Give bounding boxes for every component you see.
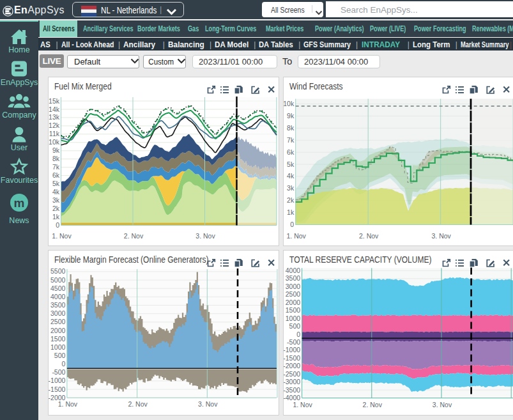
svg-text:500: 500 (54, 352, 66, 359)
svg-text:1. Nov: 1. Nov (293, 401, 312, 408)
svg-text:0: 0 (290, 221, 294, 228)
svg-text:2. Nov: 2. Nov (363, 401, 383, 408)
svg-text:13k: 13k (49, 113, 60, 121)
svg-text:2k: 2k (52, 205, 60, 212)
svg-text:7k: 7k (52, 163, 60, 171)
svg-text:4000: 4000 (286, 267, 301, 274)
svg-text:3000: 3000 (50, 309, 66, 317)
svg-text:500: 500 (289, 322, 301, 330)
svg-text:10k: 10k (284, 100, 295, 107)
svg-text:1k: 1k (52, 213, 60, 221)
svg-text:-3500: -3500 (284, 386, 300, 394)
svg-text:15k: 15k (49, 97, 60, 105)
svg-text:6k: 6k (287, 148, 295, 156)
svg-text:-3000: -3000 (284, 378, 300, 385)
svg-text:8k: 8k (287, 124, 295, 132)
svg-text:7k: 7k (287, 136, 295, 144)
svg-text:10k: 10k (49, 138, 60, 146)
svg-text:1. Nov: 1. Nov (287, 232, 307, 240)
svg-text:14k: 14k (49, 105, 60, 113)
svg-text:0: 0 (56, 221, 59, 229)
svg-text:1500: 1500 (50, 335, 66, 343)
svg-text:-1000: -1000 (284, 346, 300, 354)
svg-text:4500: 4500 (50, 284, 66, 292)
svg-text:3. Nov: 3. Nov (433, 401, 452, 408)
svg-text:3500: 3500 (50, 301, 66, 309)
svg-text:1000: 1000 (50, 343, 66, 351)
svg-text:5k: 5k (287, 160, 295, 168)
svg-text:-2500: -2500 (284, 370, 300, 378)
svg-text:-500: -500 (287, 338, 300, 346)
svg-text:1. Nov: 1. Nov (52, 232, 72, 240)
svg-text:-1000: -1000 (49, 377, 66, 384)
svg-text:1000: 1000 (286, 315, 301, 322)
svg-text:9k: 9k (52, 146, 60, 154)
svg-text:3k: 3k (52, 196, 60, 204)
svg-text:2500: 2500 (50, 318, 66, 325)
svg-text:1k: 1k (287, 208, 295, 216)
svg-text:5000: 5000 (50, 276, 66, 284)
svg-text:2000: 2000 (50, 327, 66, 334)
svg-text:8k: 8k (52, 155, 60, 162)
svg-text:2. Nov: 2. Nov (359, 232, 379, 240)
svg-text:2500: 2500 (286, 290, 301, 298)
svg-text:3k: 3k (287, 184, 295, 192)
svg-text:1. Nov: 1. Nov (58, 400, 78, 408)
svg-text:3. Nov: 3. Nov (195, 232, 215, 240)
svg-text:11k: 11k (49, 130, 60, 137)
svg-text:2. Nov: 2. Nov (128, 400, 148, 408)
svg-text:3500: 3500 (286, 274, 301, 282)
svg-text:0: 0 (62, 360, 66, 368)
svg-text:4k: 4k (52, 188, 60, 196)
svg-text:-1500: -1500 (284, 354, 300, 362)
svg-text:2k: 2k (287, 196, 295, 204)
svg-text:2000: 2000 (286, 299, 301, 306)
svg-text:0: 0 (296, 331, 300, 338)
svg-text:-500: -500 (52, 368, 65, 376)
svg-text:9k: 9k (287, 112, 295, 120)
svg-text:2. Nov: 2. Nov (124, 232, 144, 240)
svg-text:12k: 12k (49, 121, 60, 129)
svg-text:6k: 6k (52, 171, 60, 179)
svg-text:4k: 4k (287, 172, 295, 180)
svg-text:4000: 4000 (50, 293, 66, 300)
svg-text:5500: 5500 (50, 267, 66, 275)
svg-text:5k: 5k (52, 180, 60, 187)
svg-text:m: m (14, 196, 25, 210)
svg-text:1500: 1500 (286, 306, 301, 314)
svg-text:-1500: -1500 (49, 385, 66, 393)
svg-text:-2000: -2000 (284, 362, 300, 369)
svg-text:3000: 3000 (286, 283, 301, 290)
svg-text:3. Nov: 3. Nov (198, 400, 218, 408)
svg-text:3. Nov: 3. Nov (432, 232, 452, 240)
